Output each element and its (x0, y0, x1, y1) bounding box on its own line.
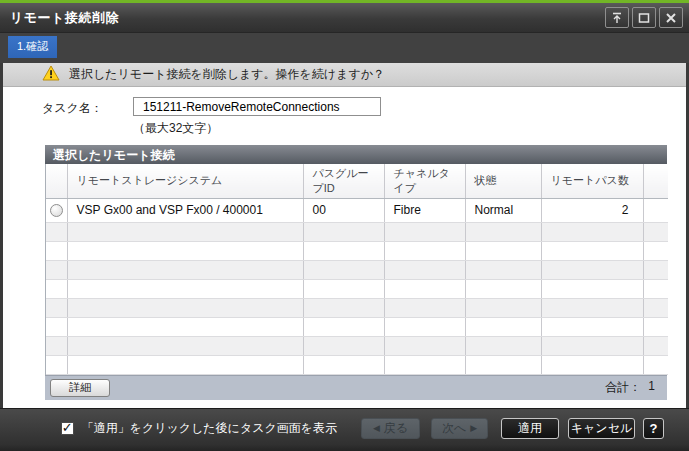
selected-connections-block: 選択したリモート接続 リモートストレージシステム パスグループID (45, 145, 667, 400)
empty-cell (465, 317, 541, 336)
selected-connections-tbody: VSP Gx00 and VSP Fx00 / 400001 00 Fibre … (46, 198, 668, 374)
next-button-label: 次へ (442, 420, 466, 437)
next-button[interactable]: 次へ ▶ (431, 418, 488, 439)
row-select-cell (46, 198, 67, 222)
show-task-screen-label: 「適用」をクリックした後にタスク画面を表示 (82, 420, 337, 437)
empty-cell (541, 355, 643, 374)
table-footer: 詳細 合計：1 (45, 375, 667, 400)
empty-cell (303, 317, 384, 336)
back-arrow-icon: ◀ (373, 424, 380, 433)
empty-row (46, 222, 668, 241)
col-header-remote-storage-system: リモートストレージシステム (67, 164, 303, 198)
empty-cell (46, 279, 67, 298)
warning-message: 選択したリモート接続を削除します。操作を続けますか？ (69, 66, 385, 83)
empty-row (46, 336, 668, 355)
empty-cell (643, 336, 668, 355)
empty-cell (465, 336, 541, 355)
empty-cell (541, 298, 643, 317)
empty-cell (384, 298, 465, 317)
table-wrap: リモートストレージシステム パスグループID チャネルタイプ 状態 リモートパス… (45, 164, 667, 375)
back-button[interactable]: ◀ 戻る (361, 418, 420, 439)
window-controls (605, 7, 683, 28)
task-name-hint: （最大32文字） (133, 120, 381, 137)
total-label: 合計： (605, 379, 641, 396)
next-arrow-icon: ▶ (470, 424, 477, 433)
show-task-screen-checkbox[interactable] (61, 422, 74, 435)
remote-connection-delete-dialog: リモート接続削除 1.確認 (0, 0, 689, 451)
empty-row (46, 241, 668, 260)
col-header-channel-type: チャネルタイプ (384, 164, 465, 198)
empty-cell (541, 222, 643, 241)
empty-cell (541, 317, 643, 336)
empty-cell (384, 241, 465, 260)
empty-cell (643, 279, 668, 298)
empty-cell (384, 260, 465, 279)
empty-cell (541, 279, 643, 298)
empty-row (46, 298, 668, 317)
maximize-icon (638, 12, 650, 24)
empty-cell (67, 241, 303, 260)
cell-remote-path-count: 2 (541, 198, 643, 222)
empty-cell (67, 260, 303, 279)
empty-cell (303, 241, 384, 260)
empty-row (46, 355, 668, 374)
empty-cell (303, 260, 384, 279)
empty-cell (541, 241, 643, 260)
task-name-label: タスク名： (42, 97, 133, 145)
empty-cell (67, 336, 303, 355)
empty-cell (303, 336, 384, 355)
empty-cell (643, 260, 668, 279)
col-header-path-group-id: パスグループID (303, 164, 384, 198)
total-value: 1 (648, 379, 655, 396)
cell-remote-storage-system: VSP Gx00 and VSP Fx00 / 400001 (67, 198, 303, 222)
task-name-field-group: （最大32文字） (133, 97, 381, 145)
empty-cell (465, 260, 541, 279)
selected-connections-table: リモートストレージシステム パスグループID チャネルタイプ 状態 リモートパス… (46, 164, 668, 375)
empty-cell (384, 279, 465, 298)
empty-cell (303, 279, 384, 298)
empty-cell (465, 298, 541, 317)
empty-cell (303, 355, 384, 374)
rollup-button[interactable] (605, 7, 629, 28)
empty-cell (643, 355, 668, 374)
empty-cell (465, 355, 541, 374)
cell-path-group-id: 00 (303, 198, 384, 222)
empty-cell (67, 222, 303, 241)
detail-button[interactable]: 詳細 (50, 379, 110, 397)
apply-button[interactable]: 適用 (501, 418, 559, 439)
dialog-title: リモート接続削除 (10, 9, 605, 27)
step-bar: 1.確認 (0, 32, 689, 63)
empty-cell (67, 279, 303, 298)
cancel-button[interactable]: キャンセル (568, 418, 635, 439)
empty-row (46, 279, 668, 298)
empty-cell (46, 241, 67, 260)
empty-cell (67, 298, 303, 317)
back-button-label: 戻る (384, 420, 408, 437)
table-title: 選択したリモート接続 (45, 145, 667, 164)
empty-cell (46, 317, 67, 336)
table-row: VSP Gx00 and VSP Fx00 / 400001 00 Fibre … (46, 198, 668, 222)
close-button[interactable] (659, 7, 683, 28)
maximize-button[interactable] (632, 7, 656, 28)
task-name-input[interactable] (133, 97, 381, 116)
rollup-icon (611, 12, 623, 24)
empty-cell (541, 260, 643, 279)
empty-cell (643, 222, 668, 241)
col-header-remote-path-count: リモートパス数 (541, 164, 643, 198)
row-radio-button[interactable] (50, 204, 63, 217)
empty-cell (465, 222, 541, 241)
empty-cell (643, 317, 668, 336)
cell-channel-type: Fibre (384, 198, 465, 222)
empty-cell (384, 317, 465, 336)
empty-cell (46, 222, 67, 241)
content-area: 選択したリモート接続を削除します。操作を続けますか？ タスク名： （最大32文字… (3, 63, 686, 408)
empty-cell (46, 298, 67, 317)
empty-cell (465, 241, 541, 260)
help-button[interactable]: ? (643, 418, 664, 439)
show-task-screen-option[interactable]: 「適用」をクリックした後にタスク画面を表示 (61, 420, 337, 437)
empty-cell (643, 298, 668, 317)
total-row: 合計：1 (605, 379, 655, 396)
task-name-section: タスク名： （最大32文字） (3, 87, 686, 145)
empty-cell (384, 355, 465, 374)
titlebar: リモート接続削除 (0, 3, 689, 32)
